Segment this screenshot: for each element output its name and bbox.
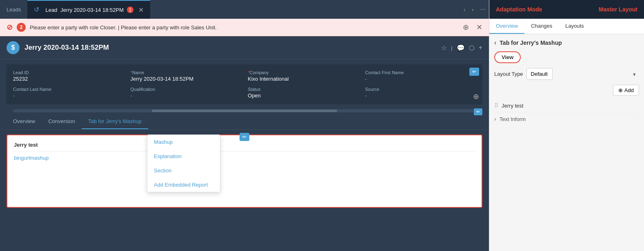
- required-asterisk-company: *: [248, 70, 249, 75]
- scroll-thumb: [152, 110, 337, 112]
- layout-type-label: Layout Type: [494, 71, 523, 77]
- right-panel-content: ‹ Tab for Jerry's Mashup View Layout Typ…: [489, 34, 644, 251]
- record-area: $ Jerry 2020-03-14 18:52PM ☆ | 💬 ⬡ + ✏ L…: [0, 36, 489, 251]
- text-inform-label: Text Inform: [500, 116, 639, 122]
- lead-tab-subtitle: Jerry 2020-03-14 18:52PM: [60, 7, 124, 13]
- field-name: *Name Jerry 2020-03-14 18:52PM: [131, 70, 242, 82]
- text-inform-row: › Text Inform: [494, 112, 639, 126]
- field-contact-last-value: -: [13, 92, 124, 99]
- view-button[interactable]: View: [494, 51, 521, 63]
- dropdown-item-section[interactable]: Section: [147, 163, 220, 178]
- fields-edit-button[interactable]: ✏: [469, 68, 479, 76]
- section-title: Tab for Jerry's Mashup: [500, 40, 562, 46]
- lead-tab-icon: ↺: [34, 6, 42, 14]
- tab-nav-conversion[interactable]: Conversion: [42, 114, 82, 129]
- fields-section: ✏ Lead ID 25232 *Name Jerry 2020-03-14 1…: [7, 64, 482, 104]
- expand-icon[interactable]: ›: [494, 116, 496, 122]
- record-header: $ Jerry 2020-03-14 18:52PM ☆ | 💬 ⬡ +: [0, 36, 489, 59]
- field-status-label: Status: [248, 87, 359, 92]
- field-company-label: *Company: [248, 70, 359, 75]
- right-tab-layouts[interactable]: Layouts: [559, 19, 591, 34]
- dropdown-item-explanation[interactable]: Explanation: [147, 149, 220, 163]
- drag-handle-icon[interactable]: ⠿: [494, 102, 498, 109]
- adaptation-mode-title[interactable]: Adaptation Mode: [496, 6, 542, 13]
- add-action-button[interactable]: +: [479, 44, 482, 51]
- field-name-label: *Name: [131, 70, 242, 75]
- tab-lead-active[interactable]: ↺ Lead Jerry 2020-03-14 18:52PM 1 ✕: [27, 0, 150, 19]
- field-qualification: Qualification -: [131, 87, 242, 99]
- list-item-label: Jerry test: [502, 103, 639, 109]
- field-qualification-label: Qualification: [131, 87, 242, 92]
- required-asterisk: *: [131, 70, 132, 75]
- tab-bar: Leads ↺ Lead Jerry 2020-03-14 18:52PM 1 …: [0, 0, 489, 19]
- master-layout-title[interactable]: Master Layout: [599, 6, 637, 13]
- tab-nav-jerry-mashup[interactable]: Tab for Jerry's Mashup: [82, 114, 148, 129]
- lead-tab-title: Lead: [45, 7, 57, 13]
- right-panel: Adaptation Mode Master Layout Overview C…: [489, 0, 644, 251]
- list-item-jerry-test: ⠿ Jerry test: [494, 99, 639, 112]
- right-panel-header: Adaptation Mode Master Layout: [489, 0, 644, 19]
- field-contact-last: Contact Last Name -: [13, 87, 124, 99]
- tab-content-inner: Jerry test bingurlmashup: [7, 134, 482, 208]
- field-qualification-value: -: [131, 92, 242, 99]
- add-button-label: Add: [624, 87, 634, 93]
- fields-grid: Lead ID 25232 *Name Jerry 2020-03-14 18:…: [13, 70, 476, 99]
- error-count-badge: 2: [17, 23, 26, 32]
- scroll-section: ✏: [7, 109, 482, 112]
- field-contact-first: Contact First Name -: [365, 70, 476, 82]
- fields-collapse-button[interactable]: ⊕: [473, 92, 479, 101]
- error-banner: ⊘ 2 Please enter a party with role Close…: [0, 19, 489, 36]
- record-tabs-nav: Overview Conversion Tab for Jerry's Mash…: [0, 114, 489, 130]
- field-contact-last-label: Contact Last Name: [13, 87, 124, 92]
- tab-nav-overview[interactable]: Overview: [7, 114, 42, 129]
- nav-prev-button[interactable]: ‹: [460, 7, 469, 13]
- layout-type-select-wrapper: Default: [526, 68, 639, 80]
- field-name-value: Jerry 2020-03-14 18:52PM: [131, 76, 242, 82]
- dropdown-item-mashup[interactable]: Mashup: [147, 135, 220, 149]
- record-title: Jerry 2020-03-14 18:52PM: [24, 44, 436, 52]
- field-source: Source -: [365, 87, 476, 99]
- error-expand-button[interactable]: ⊕: [463, 23, 469, 32]
- nav-next-button[interactable]: ›: [469, 7, 477, 13]
- section-header: ‹ Tab for Jerry's Mashup: [494, 39, 639, 46]
- field-contact-first-label: Contact First Name: [365, 70, 476, 75]
- tab-content-area: ✏ Jerry test bingurlmashup: [0, 130, 489, 251]
- jerry-test-section-title: Jerry test: [14, 142, 475, 152]
- mashup-link[interactable]: bingurlmashup: [14, 155, 49, 161]
- divider: |: [451, 45, 452, 51]
- right-panel-tabs: Overview Changes Layouts: [489, 19, 644, 34]
- dropdown-item-add-embedded-report[interactable]: Add Embedded Report: [147, 178, 220, 192]
- tab-leads[interactable]: Leads: [0, 0, 27, 19]
- scroll-edit-button[interactable]: ✏: [474, 108, 482, 115]
- add-button-chevron: ⊕: [618, 87, 623, 93]
- tag-icon[interactable]: ⬡: [469, 44, 475, 52]
- layout-type-select[interactable]: Default: [526, 68, 553, 80]
- field-lead-id: Lead ID 25232: [13, 70, 124, 82]
- field-lead-id-value: 25232: [13, 76, 124, 82]
- field-source-value: -: [365, 92, 476, 99]
- field-status-value: Open: [248, 92, 359, 99]
- scrollbar[interactable]: [13, 109, 476, 112]
- tab-notification-badge: 1: [127, 7, 133, 13]
- right-tab-overview[interactable]: Overview: [489, 19, 524, 34]
- section-back-button[interactable]: ‹: [494, 39, 496, 46]
- right-tab-changes[interactable]: Changes: [524, 19, 559, 34]
- tab-close-button[interactable]: ✕: [138, 6, 144, 14]
- layout-type-row: Layout Type Default: [494, 68, 639, 80]
- error-icon: ⊘: [7, 23, 13, 32]
- favorite-icon[interactable]: ☆: [441, 44, 447, 52]
- view-button-wrapper: View: [494, 51, 639, 63]
- add-button[interactable]: ⊕ Add: [613, 85, 639, 96]
- tab-more-button[interactable]: ···: [477, 6, 489, 13]
- field-contact-first-value: -: [365, 76, 476, 82]
- dropdown-menu: Mashup Explanation Section Add Embedded …: [147, 134, 220, 192]
- record-actions: ☆ | 💬 ⬡ +: [441, 44, 482, 52]
- error-close-button[interactable]: ✕: [476, 23, 482, 32]
- field-company: *Company Kixo International: [248, 70, 359, 82]
- field-lead-id-label: Lead ID: [13, 70, 124, 75]
- comment-icon[interactable]: 💬: [457, 44, 465, 52]
- tab-content-edit-button[interactable]: ✏: [240, 133, 249, 141]
- field-company-value: Kixo International: [248, 76, 359, 82]
- add-button-row: ⊕ Add: [494, 85, 639, 96]
- record-logo-icon: $: [7, 41, 20, 54]
